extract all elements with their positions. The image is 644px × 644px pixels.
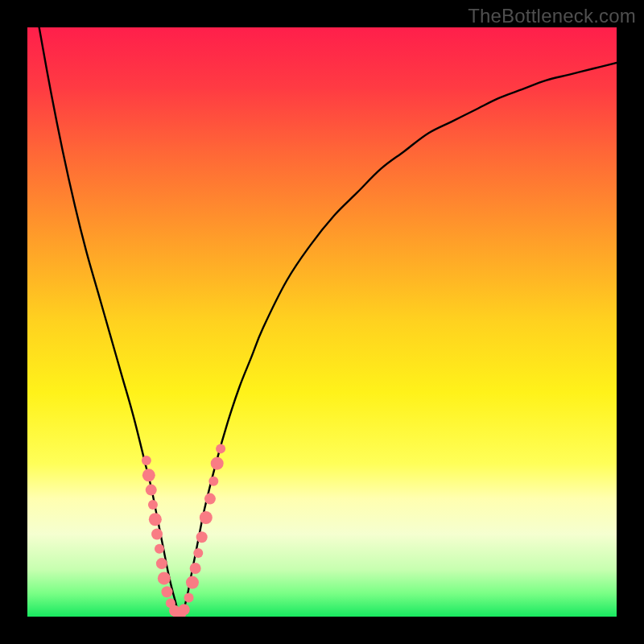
highlight-dot bbox=[204, 493, 216, 505]
highlight-dot bbox=[156, 558, 167, 569]
highlight-dot bbox=[216, 444, 225, 453]
highlight-dot bbox=[184, 593, 194, 603]
chart-frame: TheBottleneck.com bbox=[0, 0, 644, 644]
highlight-dot bbox=[158, 572, 171, 584]
highlight-dot bbox=[193, 548, 203, 558]
highlight-dot bbox=[142, 456, 151, 465]
highlight-dot bbox=[146, 485, 157, 496]
chart-background bbox=[27, 27, 617, 617]
highlight-dot bbox=[161, 586, 172, 597]
highlight-dot bbox=[148, 500, 158, 510]
highlight-dot bbox=[179, 604, 190, 615]
highlight-dot bbox=[155, 544, 164, 554]
highlight-dot bbox=[186, 576, 199, 589]
highlight-dot bbox=[142, 469, 155, 481]
highlight-dot bbox=[200, 511, 213, 524]
highlight-dot bbox=[190, 563, 201, 574]
highlight-dot bbox=[151, 529, 163, 540]
highlight-dot bbox=[149, 513, 162, 526]
chart-svg bbox=[27, 27, 617, 617]
highlight-dot bbox=[211, 457, 224, 470]
highlight-dot bbox=[208, 477, 218, 486]
chart-plot-area bbox=[27, 27, 617, 617]
highlight-dot bbox=[196, 531, 208, 543]
watermark-label: TheBottleneck.com bbox=[468, 5, 636, 27]
